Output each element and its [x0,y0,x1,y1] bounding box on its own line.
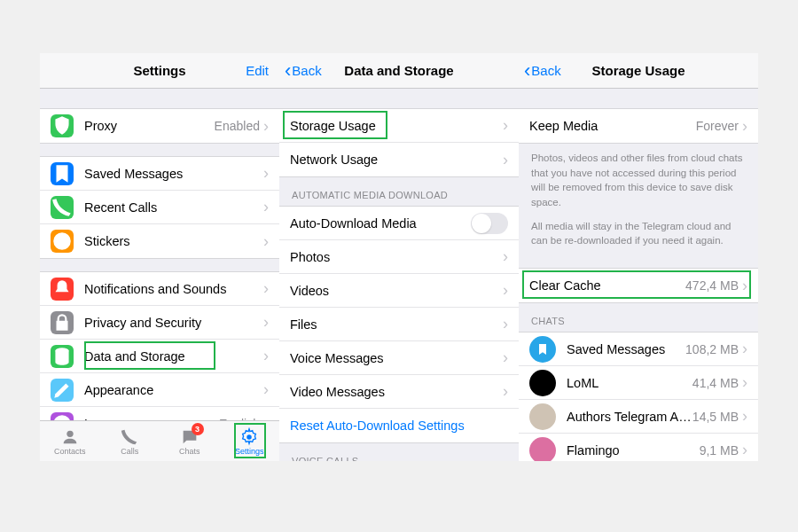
shield-icon [51,114,74,137]
row-label: Clear Cache [529,278,685,293]
row-label: Saved Messages [84,167,263,181]
section-header: VOICE CALLS [279,443,519,461]
row-label: Network Usage [290,153,503,167]
tab-bar: Contacts Calls 3 Chats Settings [40,420,279,461]
header: ‹Back Data and Storage [279,53,519,89]
row-label: Notifications and Sounds [84,282,263,296]
chat-row[interactable]: LoML41,4 MB› [519,366,758,400]
row-value: 472,4 MB [685,278,739,293]
data-storage-row[interactable]: Data and Storage› [40,340,279,373]
videos-row[interactable]: Videos› [279,274,519,308]
proxy-row[interactable]: Proxy Enabled › [40,109,279,143]
chat-row[interactable]: Flamingo9,1 MB› [519,434,758,461]
stickers-row[interactable]: Stickers› [40,224,279,258]
avatar [529,403,556,430]
proxy-value: Enabled [215,119,260,133]
chevron-right-icon: › [503,382,508,401]
chevron-right-icon: › [263,164,269,183]
data-storage-scroll[interactable]: Storage Usage› Network Usage› AUTOMATIC … [279,89,519,461]
svg-point-0 [53,232,71,250]
globe-icon [51,412,74,420]
chevron-right-icon: › [263,117,269,136]
row-label: Privacy and Security [84,316,263,330]
section-header: AUTOMATIC MEDIA DOWNLOAD [279,177,519,206]
chevron-right-icon: › [263,232,269,251]
edit-button[interactable]: Edit [246,63,269,78]
voice-messages-row[interactable]: Voice Messages› [279,341,519,375]
tab-label: Contacts [54,447,86,456]
privacy-row[interactable]: Privacy and Security› [40,306,279,340]
bookmark-icon [51,162,74,185]
chevron-right-icon: › [503,281,508,300]
storage-usage-scroll[interactable]: Keep Media Forever › Photos, videos and … [519,89,758,461]
chevron-right-icon: › [263,313,269,332]
photos-row[interactable]: Photos› [279,240,519,274]
language-row[interactable]: Language English › [40,407,279,420]
row-label: Language [84,417,219,420]
back-button[interactable]: ‹Back [285,61,322,81]
chevron-right-icon: › [503,247,508,266]
auto-download-row[interactable]: Auto-Download Media [279,207,519,240]
row-label: Reset Auto-Download Settings [290,419,508,433]
row-label: Video Messages [290,385,503,399]
chevron-right-icon: › [503,348,508,367]
tab-calls[interactable]: Calls [100,421,160,461]
storage-usage-row[interactable]: Storage Usage› [279,109,519,143]
page-title: Settings [133,63,185,78]
video-messages-row[interactable]: Video Messages› [279,375,519,409]
avatar [529,370,556,396]
chevron-right-icon: › [263,415,269,421]
clear-cache-row[interactable]: Clear Cache 472,4 MB › [519,269,758,302]
chevron-right-icon: › [742,117,747,136]
chevron-left-icon: ‹ [524,61,530,81]
row-label: Files [290,317,503,332]
settings-header: Settings Edit [40,53,279,89]
keep-media-row[interactable]: Keep Media Forever › [519,109,758,143]
appearance-row[interactable]: Appearance› [40,373,279,407]
page-title: Data and Storage [344,63,453,78]
svg-point-4 [247,434,253,440]
svg-point-2 [53,415,71,420]
chat-size: 14,5 MB [692,410,739,424]
chevron-right-icon: › [503,315,508,333]
auto-download-switch[interactable] [471,213,508,234]
gear-icon [239,427,260,447]
storage-usage-screen: ‹Back Storage Usage Keep Media Forever ›… [519,53,758,461]
chat-row[interactable]: Authors Telegram Accou…14,5 MB› [519,400,758,434]
phone-icon [51,196,74,219]
lock-icon [51,311,74,334]
chat-size: 9,1 MB [700,443,739,458]
tab-chats[interactable]: 3 Chats [160,421,220,461]
chevron-right-icon: › [263,279,269,298]
notifications-row[interactable]: Notifications and Sounds› [40,272,279,306]
sticker-icon [51,230,74,253]
row-value: Forever [696,119,739,133]
chevron-right-icon: › [263,380,269,399]
back-button[interactable]: ‹Back [524,61,561,81]
svg-point-3 [66,430,73,436]
chevron-right-icon: › [263,198,269,216]
reset-auto-download-row[interactable]: Reset Auto-Download Settings [279,409,519,442]
header: ‹Back Storage Usage [519,53,758,89]
chat-row[interactable]: Saved Messages108,2 MB› [519,332,758,366]
row-label: Data and Storage [84,349,263,364]
chevron-left-icon: ‹ [285,61,291,81]
row-label: Storage Usage [290,119,503,133]
saved-messages-row[interactable]: Saved Messages› [40,157,279,191]
settings-scroll[interactable]: Proxy Enabled › Saved Messages› Recent C… [40,89,279,420]
recent-calls-row[interactable]: Recent Calls› [40,191,279,224]
row-label: Videos [290,284,503,298]
tab-settings[interactable]: Settings [220,421,280,461]
network-usage-row[interactable]: Network Usage› [279,143,519,176]
chevron-right-icon: › [742,277,747,295]
chat-label: LoML [567,376,692,390]
row-label: Voice Messages [290,351,503,365]
row-label: Auto-Download Media [290,216,471,231]
chat-size: 41,4 MB [692,376,739,390]
back-label: Back [531,63,560,78]
chevron-right-icon: › [742,373,747,392]
tab-contacts[interactable]: Contacts [40,421,100,461]
chat-label: Saved Messages [567,342,685,356]
contacts-icon [59,427,81,447]
files-row[interactable]: Files› [279,308,519,341]
